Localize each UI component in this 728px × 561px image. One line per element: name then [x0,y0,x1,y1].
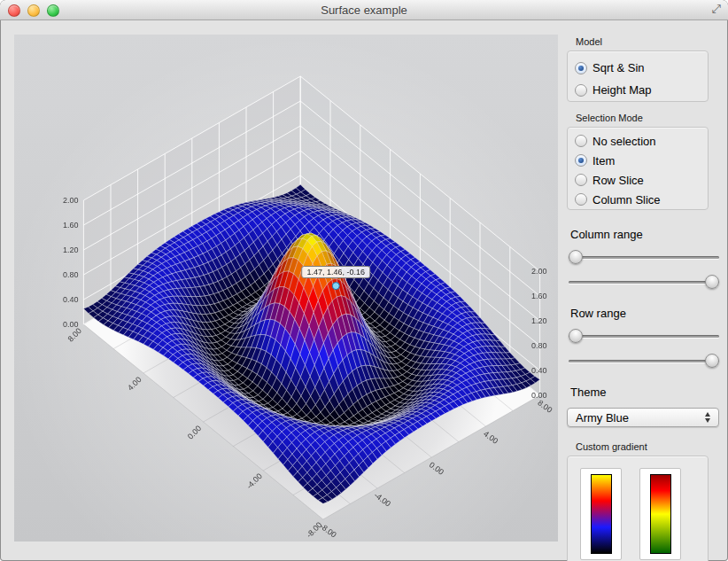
radio-label: No selection [592,135,656,148]
model-groupbox: Sqrt & Sin Height Map [567,51,709,102]
selection-mode-group-title: Selection Mode [576,113,723,123]
row-range-max-slider[interactable] [569,354,719,368]
row-range-min-slider[interactable] [569,329,719,343]
gradient-swatch-icon [650,474,671,554]
radio-row-no-selection[interactable]: No selection [575,131,708,151]
radio-label: Height Map [592,83,651,97]
theme-select[interactable]: Army Blue [567,408,719,427]
radio-unselected-icon[interactable] [575,84,587,97]
title-bar[interactable]: Surface example ⤢ [0,0,728,20]
surface-plot: 1.47, 1.46, -0.16 [14,35,558,542]
traffic-lights [8,4,59,17]
radio-row-item[interactable]: Item [575,151,708,170]
radio-unselected-icon[interactable] [575,174,587,186]
radio-label: Item [592,154,615,168]
gradient-black-blue-red-yellow-button[interactable] [580,468,622,560]
selection-mode-groupbox: No selection Item Row Slice Column Slice [567,127,709,210]
slider-track[interactable] [569,360,719,362]
surface-3d-view[interactable] [14,35,558,542]
window-title: Surface example [321,4,407,17]
radio-label: Column Slice [592,193,661,206]
minimize-icon[interactable] [27,4,40,17]
radio-unselected-icon[interactable] [575,193,587,206]
radio-label: Row Slice [592,174,644,187]
arrow-up-icon [705,412,710,417]
slider-knob[interactable] [569,329,583,343]
controls-panel: Model Sqrt & Sin Height Map Selection Mo… [567,36,723,561]
column-range-min-slider[interactable] [569,250,719,264]
column-range-max-slider[interactable] [569,275,719,289]
slider-track[interactable] [569,335,719,338]
custom-gradient-groupbox [567,456,709,561]
radio-unselected-icon[interactable] [575,135,587,147]
gradient-green-yellow-red-button[interactable] [639,468,681,560]
radio-label: Sqrt & Sin [592,61,645,74]
slider-track[interactable] [569,256,719,259]
theme-selected-value: Army Blue [568,411,703,425]
selection-label: 1.47, 1.46, -0.16 [302,266,371,278]
arrow-down-icon [705,418,710,423]
app-window: Surface example ⤢ 1.47, 1.46, -0.16 Mode… [0,0,728,561]
model-group-title: Model [576,36,723,47]
custom-gradient-group-title: Custom gradient [576,441,723,452]
slider-knob[interactable] [569,250,583,264]
column-range-label: Column range [570,228,723,241]
radio-row-sqrt-sin[interactable]: Sqrt & Sin [575,57,708,79]
zoom-icon[interactable] [47,4,59,17]
radio-selected-icon[interactable] [575,62,587,74]
fullscreen-icon[interactable]: ⤢ [712,2,721,16]
window-content: 1.47, 1.46, -0.16 Model Sqrt & Sin Heigh… [0,20,728,561]
slider-knob[interactable] [705,275,719,289]
radio-selected-icon[interactable] [575,154,587,167]
theme-label: Theme [570,386,723,399]
radio-row-column-slice[interactable]: Column Slice [575,190,708,209]
slider-knob[interactable] [705,354,719,368]
gradient-swatch-icon [591,474,612,554]
close-icon[interactable] [8,4,20,17]
slider-track[interactable] [569,281,719,284]
radio-row-height-map[interactable]: Height Map [575,79,708,101]
row-range-label: Row range [570,307,723,320]
dropdown-arrows-icon [703,412,712,423]
radio-row-row-slice[interactable]: Row Slice [575,170,708,190]
